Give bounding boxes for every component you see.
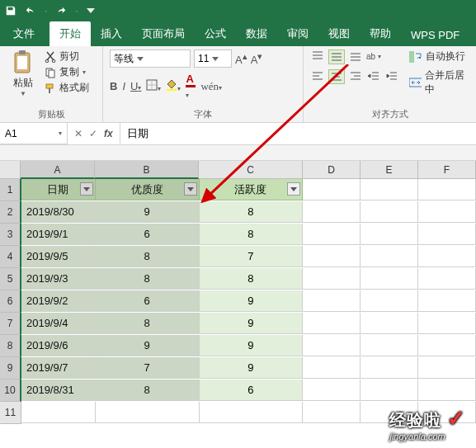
qat-customize-icon[interactable]	[87, 5, 98, 17]
cell[interactable]	[361, 179, 418, 200]
cell-quality[interactable]: 7	[96, 357, 200, 379]
tab-home[interactable]: 开始	[49, 21, 91, 46]
cell-activity[interactable]: 9	[200, 357, 304, 379]
row-header[interactable]: 2	[0, 201, 21, 224]
cell-header-quality[interactable]: 优质度	[96, 179, 200, 200]
cell-activity[interactable]: 6	[200, 380, 304, 401]
align-left-button[interactable]	[310, 69, 325, 83]
cell-date[interactable]: 2019/8/30	[21, 201, 96, 223]
enter-icon[interactable]: ✓	[89, 128, 97, 139]
fill-color-button[interactable]: ▾	[166, 79, 181, 93]
fx-icon[interactable]: fx	[104, 128, 113, 139]
cell-date[interactable]: 2019/8/31	[21, 380, 96, 401]
cell[interactable]	[418, 246, 476, 267]
cell[interactable]	[418, 313, 476, 334]
cell-quality[interactable]: 9	[96, 201, 200, 223]
cell-quality[interactable]: 8	[96, 313, 200, 334]
col-header-D[interactable]: D	[303, 161, 361, 179]
cell[interactable]	[361, 335, 418, 356]
align-top-button[interactable]	[310, 50, 325, 63]
cell-header-date[interactable]: 日期	[21, 179, 96, 200]
col-header-A[interactable]: A	[21, 161, 95, 179]
cell[interactable]	[418, 268, 476, 290]
cell[interactable]	[361, 313, 418, 334]
filter-button[interactable]	[80, 182, 93, 196]
decrease-indent-button[interactable]	[366, 69, 381, 83]
row-header[interactable]: 9	[0, 357, 21, 380]
phonetic-button[interactable]: wén▾	[200, 80, 222, 93]
tab-page-layout[interactable]: 页面布局	[132, 21, 195, 46]
tab-formulas[interactable]: 公式	[195, 21, 236, 46]
merge-center-button[interactable]: 合并后居中	[409, 68, 469, 97]
cell-header-activity[interactable]: 活跃度	[200, 179, 304, 200]
align-center-button[interactable]	[328, 69, 345, 84]
cell-activity[interactable]: 7	[200, 246, 304, 267]
italic-button[interactable]: I	[122, 80, 125, 92]
cell[interactable]	[418, 224, 476, 245]
font-name-combo[interactable]: 等线	[110, 50, 191, 68]
row-header[interactable]: 5	[0, 268, 21, 290]
cell-activity[interactable]: 9	[200, 335, 304, 356]
cell[interactable]	[303, 179, 361, 200]
cell[interactable]	[303, 402, 361, 423]
cell-activity[interactable]: 8	[200, 201, 304, 223]
save-icon[interactable]	[5, 5, 16, 17]
cell[interactable]	[303, 335, 361, 356]
cell[interactable]	[361, 357, 418, 379]
orientation-button[interactable]: ab▾	[366, 50, 381, 63]
cell[interactable]	[418, 380, 476, 401]
cell-date[interactable]: 2019/9/6	[21, 335, 96, 356]
tab-insert[interactable]: 插入	[91, 21, 132, 46]
row-header[interactable]: 1	[0, 179, 21, 201]
cell-activity[interactable]: 9	[200, 290, 304, 312]
align-right-button[interactable]	[348, 69, 363, 83]
cell[interactable]	[361, 201, 418, 223]
formula-input[interactable]: 日期	[120, 123, 476, 144]
paste-button[interactable]: 粘贴 ▼	[7, 50, 40, 97]
tab-wps-pdf[interactable]: WPS PDF	[401, 24, 469, 46]
cell[interactable]	[303, 268, 361, 290]
cell[interactable]	[361, 290, 418, 312]
cell[interactable]	[303, 357, 361, 379]
cell[interactable]	[96, 402, 200, 423]
align-bottom-button[interactable]	[348, 50, 363, 63]
cell-quality[interactable]: 8	[96, 380, 200, 401]
cell-activity[interactable]: 8	[200, 224, 304, 245]
cell-date[interactable]: 2019/9/5	[21, 246, 96, 267]
font-color-button[interactable]: A ▾	[186, 73, 196, 100]
cell[interactable]	[303, 380, 361, 401]
cell-activity[interactable]: 8	[200, 268, 304, 290]
cut-button[interactable]: 剪切	[45, 50, 89, 64]
cell[interactable]	[418, 335, 476, 356]
increase-indent-button[interactable]	[384, 69, 399, 83]
cell[interactable]	[303, 201, 361, 223]
select-all-corner[interactable]	[0, 161, 21, 179]
filter-button[interactable]	[184, 182, 197, 196]
name-box[interactable]: A1 ▾	[0, 123, 68, 144]
border-button[interactable]: ▾	[146, 79, 161, 93]
cell[interactable]	[361, 268, 418, 290]
undo-icon[interactable]	[25, 5, 36, 17]
bold-button[interactable]: B	[110, 80, 117, 92]
cell[interactable]	[303, 246, 361, 267]
cancel-icon[interactable]: ✕	[74, 128, 82, 139]
col-header-F[interactable]: F	[418, 161, 476, 179]
cell[interactable]	[418, 357, 476, 379]
cell-quality[interactable]: 8	[96, 246, 200, 267]
tab-help[interactable]: 帮助	[360, 21, 401, 46]
cell-quality[interactable]: 8	[96, 268, 200, 290]
tab-view[interactable]: 视图	[318, 21, 360, 46]
cell-quality[interactable]: 9	[96, 335, 200, 356]
row-header[interactable]: 10	[0, 380, 21, 402]
decrease-font-button[interactable]: A▾	[251, 51, 263, 66]
align-middle-button[interactable]	[328, 50, 345, 64]
cell[interactable]	[361, 224, 418, 245]
tab-review[interactable]: 审阅	[277, 21, 318, 46]
cell-date[interactable]: 2019/9/3	[21, 268, 96, 290]
col-header-E[interactable]: E	[361, 161, 418, 179]
cell-date[interactable]: 2019/9/7	[21, 357, 96, 379]
cell-quality[interactable]: 6	[96, 290, 200, 312]
tab-data[interactable]: 数据	[236, 21, 277, 46]
cell[interactable]	[418, 179, 476, 200]
cell-date[interactable]: 2019/9/1	[21, 224, 96, 245]
